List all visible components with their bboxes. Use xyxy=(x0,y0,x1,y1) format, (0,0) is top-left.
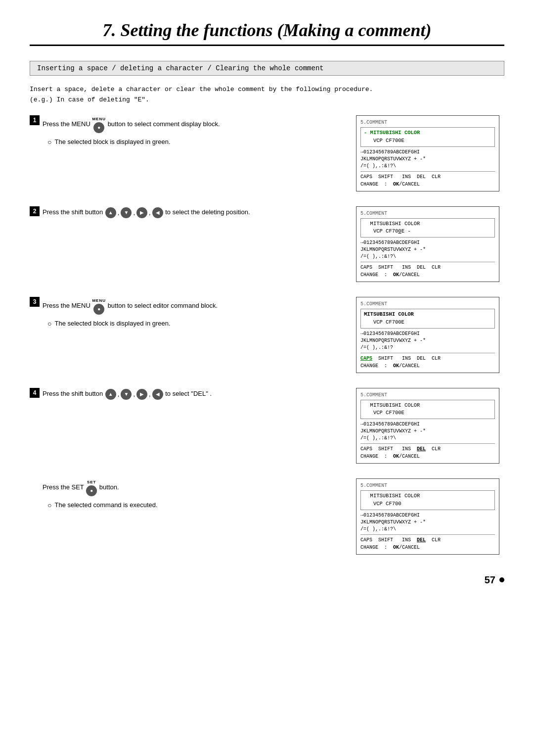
step-2-row: 2 Press the shift button ▲, ▼, ▶, ◀ to s… xyxy=(30,206,504,283)
step-5-header: Press the SET SET ● button. xyxy=(30,478,346,496)
step-1-text: Press the MENU MENU ● button to select c… xyxy=(43,115,220,133)
screen-4-title: 5.COMMENT xyxy=(360,391,495,399)
step-2-header: 2 Press the shift button ▲, ▼, ▶, ◀ to s… xyxy=(30,206,346,218)
page-title: 7. Setting the functions (Making a comme… xyxy=(30,20,504,46)
screen-2-chars: →0123456789ABCDEFGHI JKLMNOPQRSTUVWXYZ +… xyxy=(360,239,495,260)
right-arrow-icon: ▶ xyxy=(136,207,147,218)
step-2-screen: 5.COMMENT MITSUBISHI COLOR VCP CF700E - … xyxy=(356,206,504,283)
right-arrow-icon-4: ▶ xyxy=(136,389,147,400)
step-4-screen: 5.COMMENT MITSUBISHI COLOR VCP CF700E →0… xyxy=(356,388,504,464)
step-3-row: 3 Press the MENU MENU ● button to select… xyxy=(30,297,504,373)
step-4-number: 4 xyxy=(30,388,40,398)
screen-3-line2: VCP CF700E xyxy=(364,319,491,327)
step-4-row: 4 Press the shift button ▲, ▼, ▶, ◀ to s… xyxy=(30,388,504,464)
screen-5-chars: →0123456789ABCDEFGHI JKLMNOPQRSTUVWXYZ +… xyxy=(360,512,495,533)
arrow-buttons-2: ▲, ▼, ▶, ◀ xyxy=(105,207,164,218)
arrow-buttons-4: ▲, ▼, ▶, ◀ xyxy=(105,389,164,400)
step-4-text: Press the shift button ▲, ▼, ▶, ◀ to sel… xyxy=(43,388,212,400)
up-arrow-icon: ▲ xyxy=(105,207,116,218)
screen-3-chars: →0123456789ABCDEFGHI JKLMNOPQRSTUVWXYZ +… xyxy=(360,331,495,351)
menu-button-3: MENU ● xyxy=(92,298,106,315)
step-1-subnote: ○ The selected block is displayed in gre… xyxy=(47,138,346,146)
step-5-text: Press the SET SET ● button. xyxy=(43,478,119,496)
down-arrow-icon-4: ▼ xyxy=(121,389,132,400)
screen-4-controls: CAPS SHIFT INS DEL CLR CHANGE : OK/CANCE… xyxy=(360,443,495,460)
menu-button-1: MENU ● xyxy=(92,116,106,133)
left-arrow-icon: ◀ xyxy=(152,207,163,218)
step-3-number: 3 xyxy=(30,297,40,307)
page-number: 57 xyxy=(485,574,495,586)
screen-2-comment: MITSUBISHI COLOR VCP CF700E - xyxy=(360,218,495,238)
screen-panel-4: 5.COMMENT MITSUBISHI COLOR VCP CF700E →0… xyxy=(356,388,499,464)
step-3-subnote: ○ The selected block is displayed in gre… xyxy=(47,320,346,328)
screen-5-title: 5.COMMENT xyxy=(360,482,495,489)
screen-panel-5: 5.COMMENT MITSUBISHI COLOR VCP CF700 →01… xyxy=(356,478,499,555)
step-3-left: 3 Press the MENU MENU ● button to select… xyxy=(30,297,346,328)
up-arrow-icon-4: ▲ xyxy=(105,389,116,400)
step-5-subnote: ○ The selected command is executed. xyxy=(47,501,346,509)
screen-1-comment: - MITSUBISHI COLOR VCP CF700E xyxy=(360,127,495,147)
step-4-header: 4 Press the shift button ▲, ▼, ▶, ◀ to s… xyxy=(30,388,346,400)
screen-3-title: 5.COMMENT xyxy=(360,300,495,308)
step-2-left: 2 Press the shift button ▲, ▼, ▶, ◀ to s… xyxy=(30,206,346,223)
screen-2-line1: MITSUBISHI COLOR xyxy=(364,220,491,228)
screen-1-controls: CAPS SHIFT INS DEL CLR CHANGE : OK/CANCE… xyxy=(360,171,495,188)
step-3-header: 3 Press the MENU MENU ● button to select… xyxy=(30,297,346,315)
screen-5-line2: VCP CF700 xyxy=(364,500,491,508)
screen-4-line1: MITSUBISHI COLOR xyxy=(364,402,491,410)
screen-1-line2: VCP CF700E xyxy=(364,137,491,145)
step-5-left: Press the SET SET ● button. ○ The select… xyxy=(30,478,346,509)
step-2-number: 2 xyxy=(30,206,40,216)
screen-panel-2: 5.COMMENT MITSUBISHI COLOR VCP CF700E - … xyxy=(356,206,499,283)
intro-line-2: (e.g.) In case of deleting "E". xyxy=(30,96,504,103)
screen-4-chars: →0123456789ABCDEFGHI JKLMNOPQRSTUVWXYZ +… xyxy=(360,421,495,442)
screen-1-title: 5.COMMENT xyxy=(360,119,495,126)
screen-3-comment: MITSUBISHI COLOR VCP CF700E xyxy=(360,309,495,329)
screen-5-line1: MITSUBISHI COLOR xyxy=(364,492,491,500)
step-1-left: 1 Press the MENU MENU ● button to select… xyxy=(30,115,346,146)
screen-1-chars: →0123456789ABCDEFGHI JKLMNOPQRSTUVWXYZ +… xyxy=(360,149,495,170)
left-arrow-icon-4: ◀ xyxy=(152,389,163,400)
screen-2-controls: CAPS SHIFT INS DEL CLR CHANGE : OK/CANCE… xyxy=(360,262,495,279)
screen-panel-3: 5.COMMENT MITSUBISHI COLOR VCP CF700E →0… xyxy=(356,297,499,373)
screen-4-line2: VCP CF700E xyxy=(364,409,491,417)
step-5-row: Press the SET SET ● button. ○ The select… xyxy=(30,478,504,555)
step-5-screen: 5.COMMENT MITSUBISHI COLOR VCP CF700 →01… xyxy=(356,478,504,555)
screen-4-comment: MITSUBISHI COLOR VCP CF700E xyxy=(360,400,495,420)
step-1-row: 1 Press the MENU MENU ● button to select… xyxy=(30,115,504,191)
screen-1-line1: - MITSUBISHI COLOR xyxy=(364,129,491,137)
step-3-screen: 5.COMMENT MITSUBISHI COLOR VCP CF700E →0… xyxy=(356,297,504,373)
step-2-text: Press the shift button ▲, ▼, ▶, ◀ to sel… xyxy=(43,206,250,218)
page-number-area: 57 xyxy=(30,574,504,586)
step-1-number: 1 xyxy=(30,115,40,125)
screen-panel-1: 5.COMMENT - MITSUBISHI COLOR VCP CF700E … xyxy=(356,115,499,191)
screen-5-comment: MITSUBISHI COLOR VCP CF700 xyxy=(360,490,495,510)
set-button: SET ● xyxy=(86,479,97,496)
screen-3-line1: MITSUBISHI COLOR xyxy=(364,311,491,319)
screen-5-controls: CAPS SHIFT INS DEL CLR CHANGE : OK/CANCE… xyxy=(360,534,495,551)
step-4-left: 4 Press the shift button ▲, ▼, ▶, ◀ to s… xyxy=(30,388,346,405)
screen-2-line2: VCP CF700E - xyxy=(364,228,491,236)
screen-3-controls: CAPS SHIFT INS DEL CLR CHANGE : OK/CANCE… xyxy=(360,353,495,370)
down-arrow-icon: ▼ xyxy=(121,207,132,218)
intro-line-1: Insert a space, delete a character or cl… xyxy=(30,86,504,93)
section-header: Inserting a space / deleting a character… xyxy=(30,61,504,76)
step-3-text: Press the MENU MENU ● button to select e… xyxy=(43,297,218,315)
screen-2-title: 5.COMMENT xyxy=(360,210,495,217)
page-dot xyxy=(499,577,504,582)
step-1-screen: 5.COMMENT - MITSUBISHI COLOR VCP CF700E … xyxy=(356,115,504,191)
step-1-header: 1 Press the MENU MENU ● button to select… xyxy=(30,115,346,133)
